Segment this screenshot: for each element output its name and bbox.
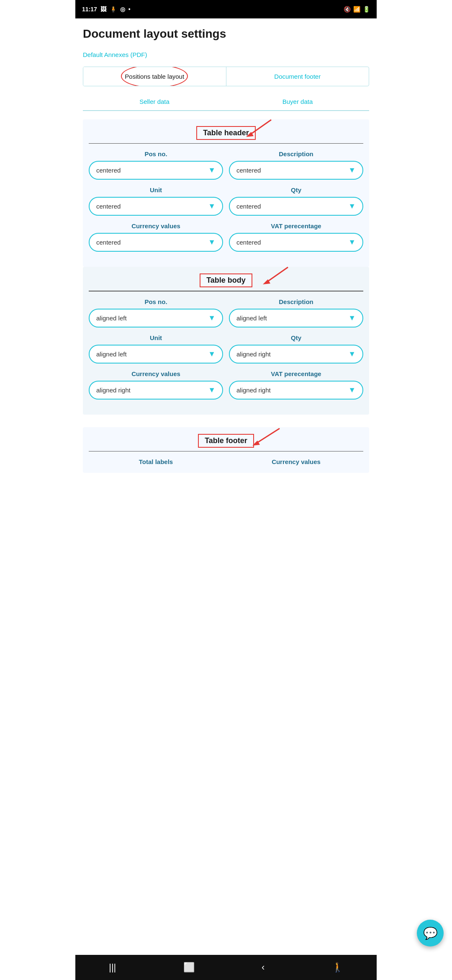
currency-footer-label: Currency values <box>229 458 363 465</box>
pos-no-header-label: Pos no. <box>89 150 223 157</box>
unit-body-label: Unit <box>89 334 223 341</box>
table-body-divider <box>89 291 363 291</box>
table-header-divider <box>89 143 363 144</box>
field-currency-body: Currency values aligned right ▼ <box>89 370 223 400</box>
chevron-down-icon: ▼ <box>208 202 216 211</box>
description-header-dropdown[interactable]: centered ▼ <box>229 161 363 180</box>
chevron-down-icon: ▼ <box>208 386 216 395</box>
body-field-row-2: Unit aligned left ▼ Qty aligned right ▼ <box>89 334 363 364</box>
tab-document-footer[interactable]: Document footer <box>226 67 369 86</box>
vat-header-label: VAT perecentage <box>229 222 363 230</box>
currency-header-dropdown[interactable]: centered ▼ <box>89 233 223 252</box>
chevron-down-icon: ▼ <box>348 166 356 175</box>
status-bar-left: 11:17 🖼 🧍 ◎ • <box>82 6 131 13</box>
page-title: Document layout settings <box>83 27 369 41</box>
table-body-arrow <box>254 265 296 286</box>
qty-header-label: Qty <box>229 186 363 193</box>
vat-header-dropdown[interactable]: centered ▼ <box>229 233 363 252</box>
table-footer-section: Table footer Total labels Currency value… <box>83 427 369 473</box>
image-icon: 🖼 <box>100 6 106 13</box>
chevron-down-icon: ▼ <box>208 166 216 175</box>
chevron-down-icon: ▼ <box>208 238 216 247</box>
target-icon: ◎ <box>120 6 125 13</box>
table-footer-label: Table footer <box>198 434 254 448</box>
field-currency-header: Currency values centered ▼ <box>89 222 223 252</box>
field-unit-header: Unit centered ▼ <box>89 186 223 216</box>
primary-tab-nav: Default Annexes (PDF) <box>83 49 369 60</box>
person-icon: 🧍 <box>110 6 117 13</box>
description-header-label: Description <box>229 150 363 157</box>
table-header-label: Table header <box>196 126 256 140</box>
field-description-header: Description centered ▼ <box>229 150 363 180</box>
table-footer-divider <box>89 451 363 452</box>
pos-no-body-label: Pos no. <box>89 298 223 305</box>
unit-header-dropdown[interactable]: centered ▼ <box>89 197 223 216</box>
battery-icon: 🔋 <box>363 6 370 13</box>
description-body-label: Description <box>229 298 363 305</box>
tab-seller-data[interactable]: Seller data <box>83 93 226 110</box>
field-unit-body: Unit aligned left ▼ <box>89 334 223 364</box>
field-row-2: Unit centered ▼ Qty centered ▼ <box>89 186 363 216</box>
unit-body-dropdown[interactable]: aligned left ▼ <box>89 345 223 364</box>
svg-line-4 <box>267 267 288 282</box>
chevron-down-icon: ▼ <box>348 350 356 358</box>
total-labels-label: Total labels <box>89 458 223 465</box>
table-body-label: Table body <box>200 273 252 287</box>
currency-body-label: Currency values <box>89 370 223 377</box>
field-qty-body: Qty aligned right ▼ <box>229 334 363 364</box>
currency-body-dropdown[interactable]: aligned right ▼ <box>89 381 223 400</box>
status-bar-right: 🔇 📶 🔋 <box>344 6 370 13</box>
field-pos-no-header: Pos no. centered ▼ <box>89 150 223 180</box>
field-qty-header: Qty centered ▼ <box>229 186 363 216</box>
tab-buyer-data[interactable]: Buyer data <box>226 93 369 110</box>
qty-body-dropdown[interactable]: aligned right ▼ <box>229 345 363 364</box>
signal-icon: 📶 <box>353 6 360 13</box>
field-currency-footer: Currency values <box>229 458 363 469</box>
mute-icon: 🔇 <box>344 6 351 13</box>
status-bar: 11:17 🖼 🧍 ◎ • 🔇 📶 🔋 <box>75 0 377 18</box>
chevron-down-icon: ▼ <box>348 202 356 211</box>
tab-annexes[interactable]: Default Annexes (PDF) <box>83 49 147 60</box>
description-body-dropdown[interactable]: aligned left ▼ <box>229 309 363 328</box>
pos-no-body-dropdown[interactable]: aligned left ▼ <box>89 309 223 328</box>
field-vat-header: VAT perecentage centered ▼ <box>229 222 363 252</box>
field-row-3: Currency values centered ▼ VAT perecenta… <box>89 222 363 252</box>
qty-header-dropdown[interactable]: centered ▼ <box>229 197 363 216</box>
secondary-tab-nav: Positions table layout Document footer <box>83 67 369 86</box>
table-header-section: Table header Pos no. centered ▼ Descript… <box>83 119 369 267</box>
svg-marker-5 <box>263 279 270 284</box>
vat-body-label: VAT perecentage <box>229 370 363 377</box>
sub-tab-nav: Seller data Buyer data <box>83 93 369 111</box>
chevron-down-icon: ▼ <box>348 314 356 322</box>
tab-positions[interactable]: Positions table layout <box>83 67 226 86</box>
unit-header-label: Unit <box>89 186 223 193</box>
bottom-spacer <box>83 473 369 531</box>
dot-icon: • <box>128 6 131 13</box>
body-field-row-3: Currency values aligned right ▼ VAT pere… <box>89 370 363 400</box>
svg-line-6 <box>257 428 280 443</box>
status-time: 11:17 <box>82 6 97 13</box>
chevron-down-icon: ▼ <box>208 314 216 322</box>
pos-no-header-dropdown[interactable]: centered ▼ <box>89 161 223 180</box>
field-vat-body: VAT perecentage aligned right ▼ <box>229 370 363 400</box>
chevron-down-icon: ▼ <box>208 350 216 358</box>
body-field-row-1: Pos no. aligned left ▼ Description align… <box>89 298 363 328</box>
field-row-1: Pos no. centered ▼ Description centered … <box>89 150 363 180</box>
chevron-down-icon: ▼ <box>348 386 356 395</box>
vat-body-dropdown[interactable]: aligned right ▼ <box>229 381 363 400</box>
qty-body-label: Qty <box>229 334 363 341</box>
field-total-labels: Total labels <box>89 458 223 469</box>
footer-field-row-1: Total labels Currency values <box>89 458 363 469</box>
field-pos-no-body: Pos no. aligned left ▼ <box>89 298 223 328</box>
table-body-section: Table body Pos no. aligned left ▼ Descri… <box>83 267 369 415</box>
main-content: Document layout settings Default Annexes… <box>75 18 377 531</box>
currency-header-label: Currency values <box>89 222 223 230</box>
field-description-body: Description aligned left ▼ <box>229 298 363 328</box>
spacer <box>83 415 369 427</box>
chevron-down-icon: ▼ <box>348 238 356 247</box>
